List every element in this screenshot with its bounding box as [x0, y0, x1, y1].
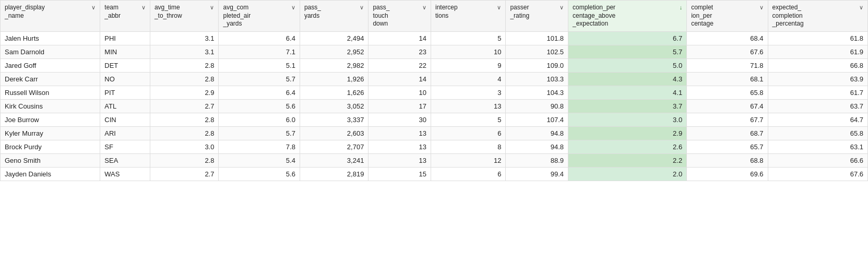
table-row: Jalen HurtsPHI3.16.42,494145101.86.768.4…	[1, 31, 868, 45]
cell-pass_yards: 2,982	[300, 58, 368, 72]
table-row: Sam DarnoldMIN3.17.12,9522310102.55.767.…	[1, 45, 868, 58]
cell-completion_percentage_above_expectation: 2.0	[568, 167, 687, 181]
cell-interceptions: 10	[431, 45, 505, 58]
header-label-interceptions: intercep tions	[435, 4, 495, 20]
cell-player_display_name: Jayden Daniels	[1, 167, 100, 181]
cell-avg_time_to_throw: 2.8	[150, 58, 219, 72]
column-header-passer_rating[interactable]: passer _rating∨	[506, 1, 568, 32]
sort-icon-completion_percentage[interactable]: ∨	[759, 4, 764, 11]
sort-icon-pass_touchdown[interactable]: ∨	[422, 4, 426, 11]
cell-avg_completed_air_yards: 7.8	[219, 140, 300, 153]
cell-completion_percentage: 68.4	[687, 31, 768, 45]
cell-completion_percentage_above_expectation: 3.0	[568, 113, 687, 126]
cell-interceptions: 5	[431, 31, 505, 45]
cell-team_abbr: DET	[100, 58, 150, 72]
cell-interceptions: 12	[431, 153, 505, 167]
header-label-pass_yards: pass_ yards	[304, 4, 358, 20]
cell-expected_completion_percentage: 63.1	[768, 140, 867, 153]
header-label-pass_touchdown: pass_ touch down	[373, 4, 420, 28]
cell-expected_completion_percentage: 66.6	[768, 153, 867, 167]
cell-player_display_name: Geno Smith	[1, 153, 100, 167]
cell-completion_percentage_above_expectation: 2.2	[568, 153, 687, 167]
sort-icon-pass_yards[interactable]: ∨	[360, 4, 364, 11]
cell-passer_rating: 99.4	[506, 167, 568, 181]
cell-pass_touchdown: 13	[368, 126, 431, 140]
header-label-avg_completed_air_yards: avg_com pleted_air _yards	[223, 4, 289, 28]
cell-avg_completed_air_yards: 6.0	[219, 113, 300, 126]
cell-avg_completed_air_yards: 7.1	[219, 45, 300, 58]
cell-pass_touchdown: 10	[368, 86, 431, 99]
column-header-pass_yards[interactable]: pass_ yards∨	[300, 1, 368, 32]
cell-expected_completion_percentage: 61.8	[768, 31, 867, 45]
cell-completion_percentage: 67.7	[687, 113, 768, 126]
cell-team_abbr: CIN	[100, 113, 150, 126]
table-row: Jayden DanielsWAS2.75.62,81915699.42.069…	[1, 167, 868, 181]
column-header-avg_time_to_throw[interactable]: avg_time _to_throw∨	[150, 1, 219, 32]
sort-icon-completion_percentage_above_expectation[interactable]: ↓	[680, 4, 683, 11]
cell-completion_percentage: 69.6	[687, 167, 768, 181]
column-header-pass_touchdown[interactable]: pass_ touch down∨	[368, 1, 431, 32]
table-row: Joe BurrowCIN2.86.03,337305107.43.067.76…	[1, 113, 868, 126]
cell-avg_time_to_throw: 2.7	[150, 167, 219, 181]
cell-completion_percentage_above_expectation: 3.7	[568, 99, 687, 113]
cell-interceptions: 3	[431, 86, 505, 99]
cell-expected_completion_percentage: 63.7	[768, 99, 867, 113]
stats-table: player_display _name∨team _abbr∨avg_time…	[0, 0, 868, 181]
cell-completion_percentage_above_expectation: 5.0	[568, 58, 687, 72]
cell-pass_yards: 3,052	[300, 99, 368, 113]
column-header-team_abbr[interactable]: team _abbr∨	[100, 1, 150, 32]
cell-interceptions: 8	[431, 140, 505, 153]
cell-pass_yards: 3,337	[300, 113, 368, 126]
cell-avg_completed_air_yards: 5.6	[219, 167, 300, 181]
cell-passer_rating: 90.8	[506, 99, 568, 113]
cell-avg_time_to_throw: 3.1	[150, 45, 219, 58]
sort-icon-interceptions[interactable]: ∨	[497, 4, 501, 11]
cell-pass_yards: 1,926	[300, 72, 368, 86]
table-row: Geno SmithSEA2.85.43,241131288.92.268.86…	[1, 153, 868, 167]
cell-completion_percentage: 65.7	[687, 140, 768, 153]
cell-player_display_name: Kyler Murray	[1, 126, 100, 140]
cell-avg_completed_air_yards: 5.7	[219, 72, 300, 86]
cell-passer_rating: 88.9	[506, 153, 568, 167]
table-row: Kyler MurrayARI2.85.72,60313694.82.968.7…	[1, 126, 868, 140]
cell-passer_rating: 94.8	[506, 140, 568, 153]
cell-expected_completion_percentage: 66.8	[768, 58, 867, 72]
cell-avg_completed_air_yards: 6.4	[219, 86, 300, 99]
header-label-expected_completion_percentage: expected_ completion _percentag	[772, 4, 857, 28]
sort-icon-expected_completion_percentage[interactable]: ∨	[859, 4, 863, 11]
sort-icon-player_display_name[interactable]: ∨	[91, 4, 96, 11]
cell-avg_time_to_throw: 2.8	[150, 113, 219, 126]
cell-expected_completion_percentage: 61.7	[768, 86, 867, 99]
cell-team_abbr: PIT	[100, 86, 150, 99]
cell-pass_touchdown: 15	[368, 167, 431, 181]
sort-icon-avg_time_to_throw[interactable]: ∨	[210, 4, 214, 11]
column-header-completion_percentage[interactable]: complet ion_per centage∨	[687, 1, 768, 32]
cell-completion_percentage_above_expectation: 4.3	[568, 72, 687, 86]
cell-interceptions: 5	[431, 113, 505, 126]
cell-passer_rating: 104.3	[506, 86, 568, 99]
sort-icon-avg_completed_air_yards[interactable]: ∨	[291, 4, 295, 11]
cell-completion_percentage: 68.1	[687, 72, 768, 86]
column-header-expected_completion_percentage[interactable]: expected_ completion _percentag∨	[768, 1, 867, 32]
cell-pass_yards: 2,819	[300, 167, 368, 181]
cell-pass_touchdown: 17	[368, 99, 431, 113]
cell-player_display_name: Joe Burrow	[1, 113, 100, 126]
sort-icon-team_abbr[interactable]: ∨	[141, 4, 146, 11]
data-table-container: player_display _name∨team _abbr∨avg_time…	[0, 0, 868, 274]
cell-completion_percentage_above_expectation: 6.7	[568, 31, 687, 45]
column-header-player_display_name[interactable]: player_display _name∨	[1, 1, 100, 32]
cell-team_abbr: PHI	[100, 31, 150, 45]
cell-player_display_name: Jared Goff	[1, 58, 100, 72]
cell-pass_touchdown: 14	[368, 31, 431, 45]
cell-completion_percentage: 71.8	[687, 58, 768, 72]
cell-pass_yards: 2,707	[300, 140, 368, 153]
sort-icon-passer_rating[interactable]: ∨	[560, 4, 564, 11]
column-header-interceptions[interactable]: intercep tions∨	[431, 1, 505, 32]
cell-passer_rating: 101.8	[506, 31, 568, 45]
cell-expected_completion_percentage: 63.9	[768, 72, 867, 86]
cell-team_abbr: ATL	[100, 99, 150, 113]
cell-team_abbr: SF	[100, 140, 150, 153]
cell-team_abbr: MIN	[100, 45, 150, 58]
column-header-avg_completed_air_yards[interactable]: avg_com pleted_air _yards∨	[219, 1, 300, 32]
column-header-completion_percentage_above_expectation[interactable]: completion_per centage_above _expectatio…	[568, 1, 687, 32]
